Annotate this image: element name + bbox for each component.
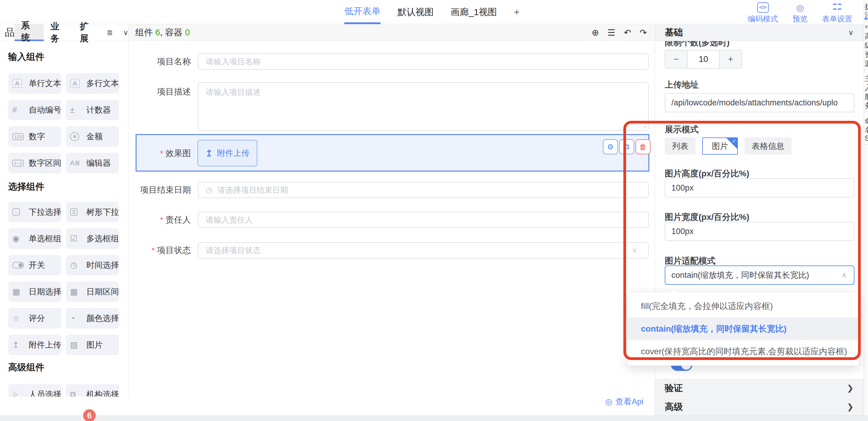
palette-item-label: 多选框组 <box>86 233 119 244</box>
edge-char: 资 <box>865 50 868 59</box>
canvas-toolbar: 组件 6, 容器 0 ⊕ ☰ ↶ ↷ <box>129 24 655 41</box>
status-select[interactable]: 请选择项目状态 ∨ <box>198 242 649 259</box>
field-label-owner: *责任人 <box>160 214 191 225</box>
chevron-down-icon: ∨ <box>632 246 637 254</box>
code-mode-button[interactable]: </> 编码模式 <box>748 2 778 24</box>
image-width-input[interactable]: 100px <box>665 222 855 241</box>
palette-item-auto-number[interactable]: #自动编号 <box>8 100 61 120</box>
palette-item-date-picker[interactable]: ▦日期选择 <box>8 281 61 302</box>
form-settings-icon <box>833 2 841 13</box>
project-desc-placeholder: 请输入项目描述 <box>206 87 261 97</box>
project-name-placeholder: 请输入项目名称 <box>206 57 261 67</box>
end-date-input[interactable]: ◷ 请选择项目结束日期 <box>198 182 649 198</box>
tree-select-icon: ☰ <box>70 208 78 216</box>
containers-count-value: 0 <box>185 28 190 37</box>
image-width-value: 100px <box>672 227 694 236</box>
fit-option-contain[interactable]: contain(缩放填充，同时保留其长宽比) <box>628 318 859 340</box>
palette-item-number[interactable]: 123数字 <box>8 126 61 147</box>
image-height-value: 100px <box>672 183 694 193</box>
stepper-value[interactable]: 10 <box>687 51 720 68</box>
palette-item-color-picker[interactable]: ◔颜色选择 <box>66 308 119 329</box>
display-mode-image-label: 图片 <box>712 141 728 152</box>
undo-icon[interactable]: ↶ <box>624 28 631 38</box>
panel-section-advanced[interactable]: 高级 ❯ <box>655 398 864 416</box>
palette-item-label: 编辑器 <box>86 158 111 169</box>
project-name-input[interactable]: 请输入项目名称 <box>198 54 649 70</box>
panel-section-basic[interactable]: 基础 ∨ <box>655 24 864 41</box>
redo-icon[interactable]: ↷ <box>640 28 647 38</box>
attachment-upload-button[interactable]: ↥ 附件上传 <box>197 140 257 167</box>
bottom-band <box>0 416 868 421</box>
palette-item-image[interactable]: ▨图片 <box>66 335 119 355</box>
tab-lowcode-form[interactable]: 低开表单 <box>344 0 380 24</box>
palette-item-label: 金额 <box>86 131 103 142</box>
number-icon: 123 <box>12 133 24 140</box>
preview-button[interactable]: ◎ 预览 <box>793 2 808 24</box>
fit-option-cover[interactable]: cover(保持宽高比的同时填充元素,会剪裁以适应内容框) <box>628 340 859 363</box>
image-height-input[interactable]: 100px <box>665 178 855 198</box>
palette-item-tree-select[interactable]: ☰树形下拉 <box>66 202 119 222</box>
fit-option-fill[interactable]: fill(完全填充，会拉伸以适应内容框) <box>628 295 859 318</box>
palette-item-rating[interactable]: ☆评分 <box>8 308 61 329</box>
list-view-icon[interactable]: ≣ <box>106 28 113 37</box>
form-canvas: 项目名称 请输入项目名称 项目描述 请输入项目描述 *效果图 ↥ 附件上传 ⚙ … <box>129 41 655 416</box>
textarea-resize-handle[interactable] <box>642 123 646 128</box>
palette-item-attachment-upload[interactable]: ↥附件上传 <box>8 335 61 355</box>
stepper-minus-button[interactable]: − <box>665 51 687 68</box>
user-select-icon: ○ <box>12 390 17 397</box>
notification-badge: 6 <box>82 408 97 421</box>
i18n-globe-icon[interactable]: ⊕ <box>592 28 599 38</box>
palette-item-single-line-text[interactable]: A单行文本 <box>8 73 61 94</box>
owner-input[interactable]: 请输入责任人 <box>198 212 649 228</box>
check-icon: ✓ <box>732 138 736 144</box>
sidebar-tab-extension[interactable]: 扩展 <box>73 24 102 41</box>
view-api-link[interactable]: ◎ 查看Api <box>605 396 644 407</box>
field-copy-button[interactable]: ⧉ <box>619 139 634 154</box>
add-view-button[interactable]: + <box>514 0 520 24</box>
display-mode-table[interactable]: 表格信息 <box>744 138 792 155</box>
palette-item-radio-group[interactable]: ◉单选框组 <box>8 228 61 249</box>
component-sidebar: 品 系统 业务 扩展 ≣ ∨ 输入组件 A单行文本 A多行文本 #自动编号 ±计… <box>0 24 129 396</box>
palette-item-counter[interactable]: ±计数器 <box>66 100 119 120</box>
section-title-advanced-components: 高级组件 <box>8 361 44 373</box>
palette-item-number-range[interactable]: 1~3数字区间 <box>8 153 61 173</box>
topbar: 低开表单 默认视图 画廊_1视图 + </> 编码模式 ◎ 预览 表单设置 <box>0 0 868 24</box>
outline-tree-icon[interactable]: ☰ <box>607 28 615 38</box>
fit-mode-select[interactable]: contain(缩放填充，同时保留其长宽比) ∧ <box>665 266 855 285</box>
field-delete-button[interactable]: 🗑 <box>636 139 651 154</box>
chevron-right-icon: ❯ <box>847 384 854 393</box>
sidebar-tab-system[interactable]: 系统 <box>14 24 44 41</box>
palette-item-multi-line-text[interactable]: A多行文本 <box>66 73 119 94</box>
validation-section-title: 验证 <box>665 382 683 394</box>
collapse-sidebar-icon[interactable]: ∨ <box>123 28 128 37</box>
tab-default-view[interactable]: 默认视图 <box>398 0 434 24</box>
palette-item-time-picker[interactable]: ◷时间选择 <box>66 255 119 275</box>
end-date-placeholder: 请选择项目结束日期 <box>217 185 288 196</box>
single-line-text-icon: A <box>12 79 22 88</box>
upload-icon: ↥ <box>205 148 213 158</box>
field-settings-button[interactable]: ⚙ <box>603 139 618 154</box>
display-mode-image[interactable]: 图片✓ <box>702 138 738 155</box>
panel-section-validation[interactable]: 验证 ❯ <box>655 379 864 397</box>
palette-item-editor[interactable]: A≣编辑器 <box>66 153 119 173</box>
project-desc-textarea[interactable]: 请输入项目描述 <box>198 82 649 131</box>
edge-char: 命 <box>865 116 868 126</box>
palette-item-label: 自动编号 <box>29 104 61 115</box>
display-mode-list[interactable]: 列表 <box>665 138 695 155</box>
palette-item-date-range[interactable]: ▦日期区间 <box>66 281 119 302</box>
palette-item-amount[interactable]: ¥金额 <box>66 126 119 147</box>
palette-item-label: 树形下拉 <box>86 207 119 217</box>
palette-item-switch[interactable]: 开关 <box>8 255 61 275</box>
palette-item-user-select[interactable]: ○人员选择 <box>8 384 61 396</box>
preview-label: 预览 <box>793 14 808 24</box>
chevron-down-icon[interactable]: ∨ <box>848 28 854 37</box>
upload-url-input[interactable]: /api/lowcode/models/attachments/actions/… <box>665 93 855 112</box>
date-picker-icon: ▦ <box>12 287 20 297</box>
form-settings-button[interactable]: 表单设置 <box>822 2 852 24</box>
palette-item-org-select[interactable]: ⧉机构选择 <box>66 384 119 396</box>
stepper-plus-button[interactable]: + <box>720 51 741 68</box>
sidebar-tab-business[interactable]: 业务 <box>44 24 73 41</box>
tab-gallery-view[interactable]: 画廊_1视图 <box>451 0 497 24</box>
palette-item-checkbox-group[interactable]: ☑多选框组 <box>66 228 119 249</box>
palette-item-dropdown-select[interactable]: ⌄下拉选择 <box>8 202 61 222</box>
